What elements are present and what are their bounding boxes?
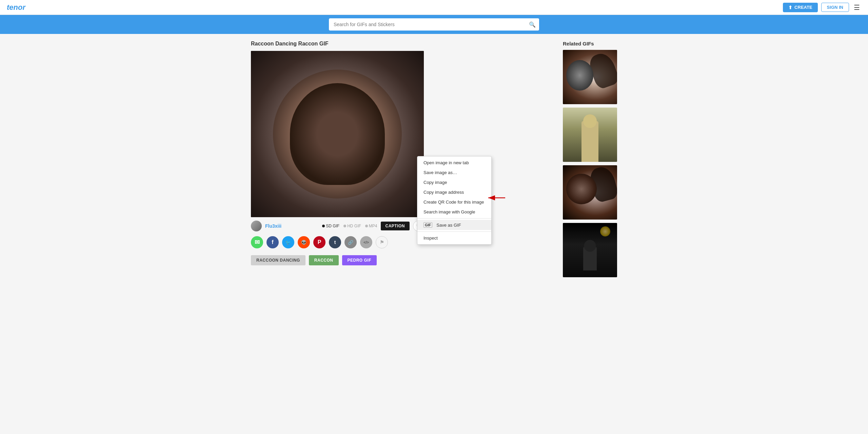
link-icon: 🔗	[348, 240, 353, 245]
avatar	[251, 221, 262, 231]
search-input[interactable]	[329, 18, 539, 31]
context-item-label: Inspect	[423, 235, 438, 241]
context-item-label: Open image in new tab	[423, 160, 469, 165]
share-sms-button[interactable]: ✉	[251, 236, 263, 248]
format-sd[interactable]: SD GIF	[322, 224, 339, 228]
share-twitter-button[interactable]: 🐦	[282, 236, 294, 248]
context-item-label: Copy image	[423, 180, 447, 185]
related-gif-3[interactable]	[563, 165, 617, 220]
sms-icon: ✉	[255, 239, 260, 246]
hd-dot	[343, 225, 346, 227]
search-button[interactable]: 🔍	[529, 21, 536, 28]
twitter-icon: 🐦	[285, 240, 291, 245]
context-menu-save-as-gif[interactable]: GIF Save as GIF	[417, 220, 491, 230]
share-link-button[interactable]: 🔗	[344, 236, 357, 248]
share-reddit-button[interactable]: 👽	[298, 236, 310, 248]
context-menu-copy-image[interactable]: Copy image	[417, 177, 491, 187]
context-menu: Open image in new tab Save image as… Cop…	[417, 156, 492, 245]
context-menu-separator-2	[417, 231, 491, 232]
header: tenor ⬆ CREATE SIGN IN ☰	[0, 0, 868, 15]
raccoon-face-1	[566, 60, 593, 91]
header-actions: ⬆ CREATE SIGN IN ☰	[783, 2, 861, 13]
context-menu-separator	[417, 218, 491, 219]
format-options: SD GIF HD GIF MP4	[322, 224, 377, 228]
search-icon: 🔍	[529, 22, 536, 27]
related-gifs-title: Related GIFs	[563, 41, 617, 46]
facebook-icon: f	[272, 239, 273, 245]
search-bar: 🔍	[0, 15, 868, 34]
animal-head-2	[583, 114, 597, 128]
gif-info-bar: Flu3xiii SD GIF HD GIF MP4 CAPTION ♡	[251, 221, 424, 231]
gif-placeholder	[251, 51, 424, 217]
context-item-label: Save as GIF	[436, 223, 461, 228]
gif-area: Open image in new tab Save image as… Cop…	[251, 51, 424, 217]
context-menu-inspect[interactable]: Inspect	[417, 233, 491, 243]
raccoon-body	[290, 83, 385, 185]
reddit-icon: 👽	[301, 240, 307, 245]
tags-row: RACCOON DANCING RACCON PEDRO GIF	[251, 255, 553, 265]
tag-raccon[interactable]: RACCON	[309, 255, 339, 265]
report-flag-button[interactable]: ⚑	[376, 236, 388, 248]
context-item-label: Search image with Google	[423, 209, 475, 214]
caption-button[interactable]: CAPTION	[381, 222, 410, 230]
gif-icon: GIF	[423, 222, 432, 228]
share-facebook-button[interactable]: f	[267, 236, 279, 248]
search-container: 🔍	[329, 18, 539, 31]
flag-icon: ⚑	[380, 240, 384, 245]
upload-icon: ⬆	[788, 5, 792, 10]
gif-display	[251, 51, 424, 217]
main-content: Raccoon Dancing Raccon GIF Open image in…	[244, 34, 624, 287]
context-item-label: Copy image address	[423, 190, 464, 195]
share-embed-button[interactable]: </>	[360, 236, 372, 248]
context-item-label: Create QR Code for this image	[423, 200, 484, 205]
context-menu-search-google[interactable]: Search image with Google	[417, 207, 491, 217]
signin-button[interactable]: SIGN IN	[821, 3, 849, 12]
share-tumblr-button[interactable]: t	[329, 236, 341, 248]
avatar-image	[251, 221, 262, 231]
moon-4	[600, 226, 610, 237]
raccoon-animation	[273, 70, 402, 199]
tumblr-icon: t	[334, 240, 336, 245]
context-menu-create-qr[interactable]: Create QR Code for this image	[417, 197, 491, 207]
logo[interactable]: tenor	[7, 3, 25, 12]
create-button[interactable]: ⬆ CREATE	[783, 3, 817, 12]
context-menu-save-image-as[interactable]: Save image as…	[417, 168, 491, 177]
embed-icon: </>	[363, 240, 369, 244]
related-gif-1[interactable]	[563, 50, 617, 104]
context-item-label: Save image as…	[423, 170, 457, 175]
page-title: Raccoon Dancing Raccon GIF	[251, 41, 553, 47]
format-hd[interactable]: HD GIF	[343, 224, 361, 228]
left-column: Raccoon Dancing Raccon GIF Open image in…	[251, 41, 553, 281]
hamburger-button[interactable]: ☰	[852, 2, 861, 13]
social-share: ✉ f 🐦 👽 P t 🔗 </> ⚑	[251, 236, 424, 248]
username[interactable]: Flu3xiii	[265, 223, 281, 229]
right-column: Related GIFs	[563, 41, 617, 281]
format-mp4[interactable]: MP4	[365, 224, 377, 228]
raccoon-face-3	[566, 174, 597, 204]
sd-dot	[322, 225, 325, 227]
raccoon-head-4	[584, 240, 596, 252]
pinterest-icon: P	[318, 239, 321, 245]
related-gif-4[interactable]	[563, 223, 617, 277]
context-menu-open-image[interactable]: Open image in new tab	[417, 158, 491, 168]
related-gif-2[interactable]	[563, 108, 617, 162]
arrow-indicator	[485, 193, 509, 204]
tag-raccoon-dancing[interactable]: RACCOON DANCING	[251, 255, 305, 265]
context-menu-copy-image-address[interactable]: Copy image address	[417, 187, 491, 197]
tag-pedro-gif[interactable]: PEDRO GIF	[342, 255, 377, 265]
mp4-dot	[365, 225, 368, 227]
share-pinterest-button[interactable]: P	[313, 236, 326, 248]
